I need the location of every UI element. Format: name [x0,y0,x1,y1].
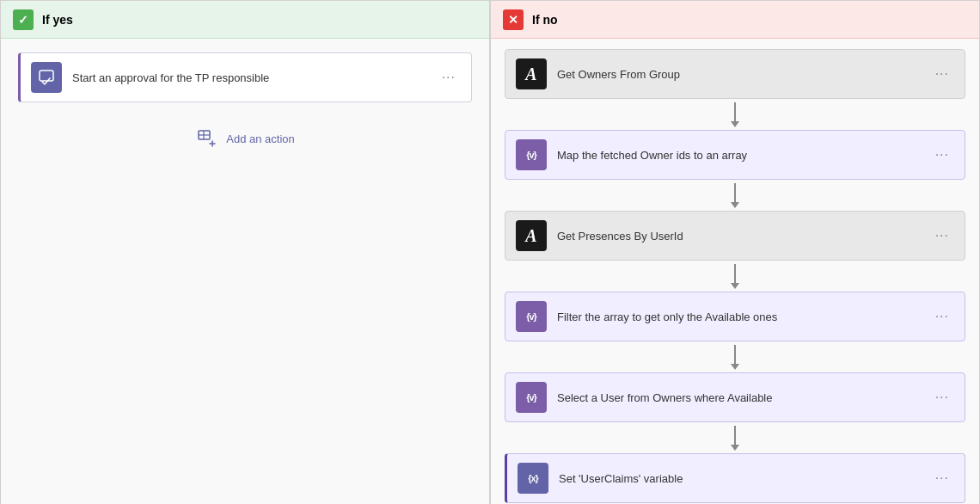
if-yes-icon: ✓ [13,9,34,30]
table-plus-icon [198,130,217,147]
filter-array-card[interactable]: {v} Filter the array to get only the Ava… [505,292,965,341]
get-owners-label: Get Owners From Group [557,68,920,81]
left-panel-body: Start an approval for the TP responsible… [1,39,489,504]
filter-array-icon: {v} [516,301,547,332]
if-yes-header: ✓ If yes [1,1,489,39]
add-action-icon [195,126,219,151]
filter-array-label: Filter the array to get only the Availab… [557,310,920,323]
arrow-4 [731,341,739,372]
set-variable-menu-btn[interactable]: ··· [930,467,954,489]
map-owner-ids-icon: {v} [516,139,547,170]
if-no-icon: ✕ [503,9,524,30]
left-panel: ✓ If yes Start an approval for the TP re… [0,0,490,504]
svg-rect-0 [40,71,53,81]
if-no-label: If no [532,13,558,27]
arrow-2 [731,180,739,211]
select-user-icon: {v} [516,382,547,413]
set-variable-label: Set 'UserClaims' variable [559,472,920,485]
filter-array-menu-btn[interactable]: ··· [930,305,954,328]
approval-left-dots: ··· [442,70,456,85]
if-yes-label: If yes [42,13,73,27]
get-owners-card[interactable]: A Get Owners From Group ··· [505,49,965,99]
if-no-cross: ✕ [508,13,518,27]
right-panel: ✕ If no A Get Owners From Group ··· {v} … [490,0,980,504]
select-user-menu-btn[interactable]: ··· [930,386,954,409]
select-user-card[interactable]: {v} Select a User from Owners where Avai… [505,372,965,422]
add-action-label: Add an action [226,132,295,145]
map-owner-ids-menu-btn[interactable]: ··· [930,144,954,166]
if-no-header: ✕ If no [491,1,979,39]
approval-left-label: Start an approval for the TP responsible [72,71,426,84]
get-presences-icon: A [516,220,547,251]
approval-left-card[interactable]: Start an approval for the TP responsible… [18,52,472,102]
set-variable-card[interactable]: {x} Set 'UserClaims' variable ··· [505,453,965,503]
get-owners-icon: A [516,58,547,89]
select-user-label: Select a User from Owners where Availabl… [557,391,920,404]
approval-left-menu-btn[interactable]: ··· [437,66,461,89]
map-owner-ids-label: Map the fetched Owner ids to an array [557,149,920,162]
add-action-button[interactable]: Add an action [181,120,309,157]
get-presences-label: Get Presences By UserId [557,230,920,243]
get-presences-card[interactable]: A Get Presences By UserId ··· [505,211,965,261]
arrow-3 [731,261,739,292]
get-presences-menu-btn[interactable]: ··· [930,224,954,247]
map-owner-ids-card[interactable]: {v} Map the fetched Owner ids to an arra… [505,130,965,180]
arrow-5 [731,422,739,453]
set-variable-icon: {x} [518,463,548,494]
approval-checkmark-icon [38,69,55,86]
get-owners-menu-btn[interactable]: ··· [930,63,954,85]
right-panel-body: A Get Owners From Group ··· {v} Map the … [491,39,979,504]
arrow-1 [731,99,739,130]
approval-left-icon [31,62,62,93]
